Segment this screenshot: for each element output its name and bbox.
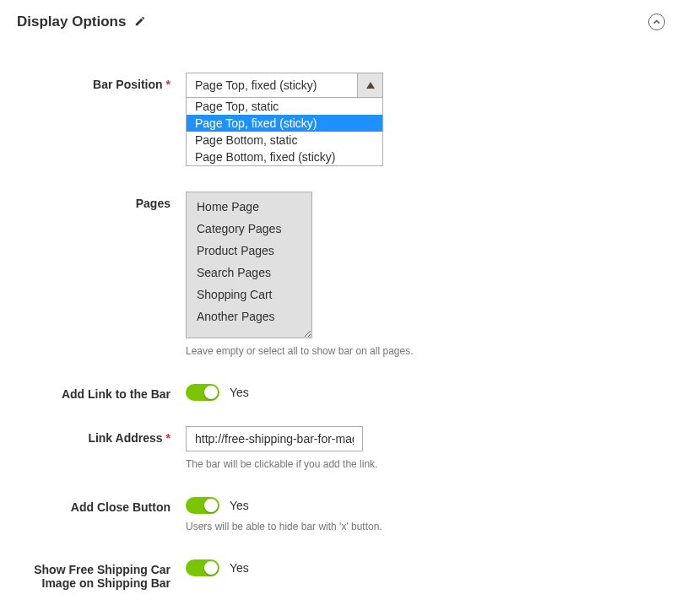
- dropdown-option[interactable]: Page Bottom, fixed (sticky): [187, 149, 382, 165]
- link-address-input[interactable]: [186, 426, 363, 451]
- multiselect-option[interactable]: Another Pages: [187, 305, 311, 327]
- bar-position-select[interactable]: Page Top, fixed (sticky): [186, 73, 383, 98]
- add-link-toggle[interactable]: [186, 384, 219, 401]
- pages-label: Pages: [17, 192, 186, 210]
- toggle-status: Yes: [230, 499, 249, 512]
- dropdown-option[interactable]: Page Top, static: [187, 98, 382, 115]
- add-link-row: Add Link to the Bar Yes: [17, 382, 665, 401]
- show-car-row: Show Free Shipping Car Image on Shipping…: [17, 558, 665, 590]
- pages-help: Leave empty or select all to show bar on…: [186, 345, 665, 357]
- multiselect-option[interactable]: Category Pages: [187, 218, 311, 240]
- pages-multiselect[interactable]: Home Page Category Pages Product Pages S…: [186, 192, 312, 338]
- multiselect-option[interactable]: Shopping Cart: [187, 284, 311, 305]
- bar-position-label: Bar Position*: [17, 73, 186, 91]
- add-link-label: Add Link to the Bar: [17, 382, 186, 401]
- multiselect-option[interactable]: Home Page: [187, 196, 311, 218]
- pencil-icon[interactable]: [134, 15, 146, 30]
- toggle-status: Yes: [230, 561, 249, 575]
- multiselect-option[interactable]: Product Pages: [187, 240, 311, 262]
- link-address-label: Link Address*: [17, 426, 186, 445]
- pages-row: Pages Home Page Category Pages Product P…: [17, 192, 665, 357]
- collapse-button[interactable]: [648, 14, 665, 30]
- add-close-toggle[interactable]: [186, 497, 219, 514]
- link-address-row: Link Address* The bar will be clickable …: [17, 426, 665, 470]
- show-car-label: Show Free Shipping Car Image on Shipping…: [17, 558, 186, 590]
- section-header: Display Options: [17, 14, 665, 30]
- dropdown-option[interactable]: Page Top, fixed (sticky): [187, 115, 382, 132]
- dropdown-option[interactable]: Page Bottom, static: [187, 132, 382, 149]
- add-close-row: Add Close Button Yes Users will be able …: [17, 495, 665, 532]
- chevron-up-icon: [357, 73, 382, 97]
- show-car-toggle[interactable]: [186, 559, 219, 576]
- bar-position-dropdown: Page Top, static Page Top, fixed (sticky…: [186, 98, 383, 166]
- bar-position-row: Bar Position* Page Top, fixed (sticky) P…: [17, 73, 665, 166]
- multiselect-option[interactable]: Search Pages: [187, 262, 311, 284]
- toggle-status: Yes: [230, 386, 249, 399]
- link-address-help: The bar will be clickable if you add the…: [186, 458, 665, 470]
- add-close-help: Users will be able to hide bar with 'x' …: [186, 521, 665, 532]
- section-title: Display Options: [17, 14, 126, 30]
- add-close-label: Add Close Button: [17, 495, 186, 514]
